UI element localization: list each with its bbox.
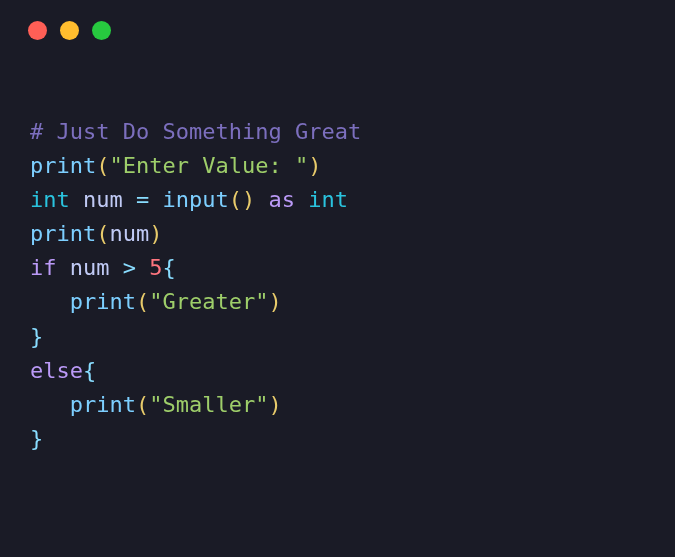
rparen: )	[268, 392, 281, 417]
rbrace: }	[30, 426, 43, 451]
close-icon[interactable]	[28, 21, 47, 40]
type-keyword: int	[308, 187, 348, 212]
lparen: (	[229, 187, 242, 212]
string-literal: "Smaller"	[149, 392, 268, 417]
lparen: (	[96, 221, 109, 246]
variable: num	[109, 221, 149, 246]
rparen: )	[149, 221, 162, 246]
lbrace: {	[163, 255, 176, 280]
if-keyword: if	[30, 255, 57, 280]
else-keyword: else	[30, 358, 83, 383]
print-call: print	[70, 392, 136, 417]
string-literal: "Greater"	[149, 289, 268, 314]
minimize-icon[interactable]	[60, 21, 79, 40]
type-keyword: int	[30, 187, 70, 212]
rparen: )	[242, 187, 255, 212]
string-literal: "Enter Value: "	[109, 153, 308, 178]
window-titlebar	[0, 0, 675, 60]
code-window: # Just Do Something Great print("Enter V…	[0, 0, 675, 557]
print-call: print	[70, 289, 136, 314]
rparen: )	[268, 289, 281, 314]
as-keyword: as	[268, 187, 295, 212]
rparen: )	[308, 153, 321, 178]
print-call: print	[30, 221, 96, 246]
print-call: print	[30, 153, 96, 178]
variable: num	[83, 187, 123, 212]
lparen: (	[136, 392, 149, 417]
variable: num	[70, 255, 110, 280]
lparen: (	[136, 289, 149, 314]
lparen: (	[96, 153, 109, 178]
code-editor[interactable]: # Just Do Something Great print("Enter V…	[0, 60, 675, 486]
rbrace: }	[30, 324, 43, 349]
code-comment: # Just Do Something Great	[30, 119, 361, 144]
input-call: input	[163, 187, 229, 212]
assign-op: =	[136, 187, 149, 212]
gt-op: >	[123, 255, 136, 280]
maximize-icon[interactable]	[92, 21, 111, 40]
lbrace: {	[83, 358, 96, 383]
number-literal: 5	[149, 255, 162, 280]
